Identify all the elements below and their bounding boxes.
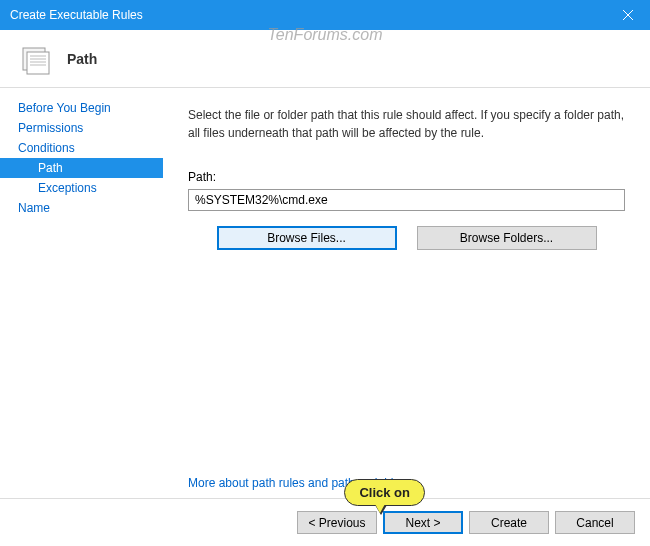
- sidebar-item-name[interactable]: Name: [0, 198, 163, 218]
- next-button[interactable]: Next >: [383, 511, 463, 534]
- previous-button[interactable]: < Previous: [297, 511, 377, 534]
- browse-files-button[interactable]: Browse Files...: [217, 226, 397, 250]
- titlebar: Create Executable Rules: [0, 0, 650, 30]
- browse-folders-button[interactable]: Browse Folders...: [417, 226, 597, 250]
- page-title: Path: [67, 51, 97, 67]
- sidebar-item-exceptions[interactable]: Exceptions: [0, 178, 163, 198]
- window-title: Create Executable Rules: [10, 8, 605, 22]
- path-input[interactable]: [188, 189, 625, 211]
- content-area: Before You Begin Permissions Conditions …: [0, 88, 650, 498]
- path-label: Path:: [188, 170, 625, 184]
- create-button[interactable]: Create: [469, 511, 549, 534]
- sidebar-item-before-you-begin[interactable]: Before You Begin: [0, 98, 163, 118]
- browse-buttons-row: Browse Files... Browse Folders...: [188, 226, 625, 250]
- main-panel: Select the file or folder path that this…: [163, 88, 650, 498]
- path-icon: [20, 43, 52, 75]
- sidebar-item-permissions[interactable]: Permissions: [0, 118, 163, 138]
- sidebar-item-conditions[interactable]: Conditions: [0, 138, 163, 158]
- close-icon: [623, 10, 633, 20]
- annotation-callout: Click on: [344, 479, 425, 506]
- wizard-sidebar: Before You Begin Permissions Conditions …: [0, 88, 163, 498]
- description-text: Select the file or folder path that this…: [188, 106, 625, 142]
- cancel-button[interactable]: Cancel: [555, 511, 635, 534]
- sidebar-item-path[interactable]: Path: [0, 158, 163, 178]
- wizard-header: Path: [0, 30, 650, 88]
- svg-rect-3: [27, 52, 49, 74]
- close-button[interactable]: [605, 0, 650, 30]
- wizard-footer: < Previous Next > Create Cancel: [0, 498, 650, 546]
